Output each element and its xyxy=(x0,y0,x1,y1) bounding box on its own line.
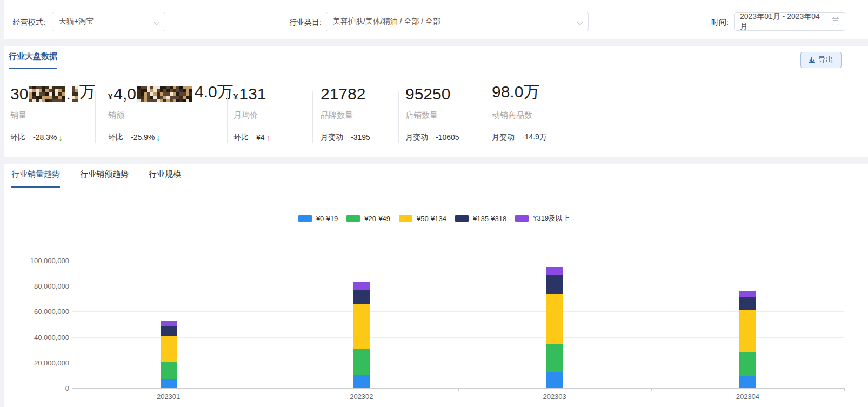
bar-segment[interactable] xyxy=(739,376,756,388)
stat-divider xyxy=(95,91,96,143)
stat-change-value: -28.3% xyxy=(33,133,57,142)
y-axis-label: 80,000,000 xyxy=(10,282,69,290)
y-axis-label: 20,000,000 xyxy=(10,358,69,366)
bar-segment[interactable] xyxy=(739,297,756,310)
stat-2: ¥131月均价环比¥4↑ xyxy=(233,84,270,142)
bar-segment[interactable] xyxy=(353,290,370,304)
bar-segment[interactable] xyxy=(546,372,563,388)
filter-bar: 经营模式: 天猫+淘宝 行业类目: 美容护肤/美体/精油 / 全部 / 全部 时… xyxy=(4,0,868,39)
bar-segment[interactable] xyxy=(353,304,370,349)
bar-segment[interactable] xyxy=(161,326,177,336)
grid-line xyxy=(72,311,844,312)
y-axis-label: 60,000,000 xyxy=(10,308,69,316)
stat-value-text: 21782 xyxy=(321,85,365,103)
currency-symbol: ¥ xyxy=(233,92,239,103)
stat-change: 月变动-3195 xyxy=(321,132,370,142)
category-select-value: 美容护肤/美体/精油 / 全部 / 全部 xyxy=(333,17,440,26)
mode-filter-label: 经营模式: xyxy=(13,18,45,28)
category-filter-label: 行业类目: xyxy=(289,18,322,28)
date-range-value: 2023年01月 - 2023年04月 xyxy=(740,12,825,31)
stat-5: 98.0万动销商品数月变动-14.9万 xyxy=(492,84,547,142)
stat-value: 30.万 xyxy=(10,84,96,103)
stat-change: 环比-25.9%↓ xyxy=(108,132,233,142)
currency-symbol: ¥ xyxy=(108,92,113,103)
x-axis-label: 202303 xyxy=(543,392,566,401)
bar-segment[interactable] xyxy=(739,310,756,352)
bar-segment[interactable] xyxy=(546,344,563,372)
stat-label: 销额 xyxy=(108,110,233,121)
stat-change-label: 月变动 xyxy=(321,132,343,142)
stat-label: 月均价 xyxy=(233,110,270,121)
stat-0: 30.万销量环比-28.3%↓ xyxy=(10,84,96,142)
x-axis-tick xyxy=(265,388,265,391)
stat-1: ¥4,04.0万销额环比-25.9%↓ xyxy=(108,84,233,142)
grid-line xyxy=(72,286,844,286)
bar-segment[interactable] xyxy=(546,294,563,344)
stat-4: 95250店铺数量月变动-10605 xyxy=(405,84,459,142)
bar-segment[interactable] xyxy=(353,349,370,374)
stat-change-label: 月变动 xyxy=(492,132,515,142)
chevron-down-icon xyxy=(153,19,159,25)
stat-change-value: ¥4 xyxy=(256,133,265,142)
stat-value: 98.0万 xyxy=(492,84,547,103)
bar-segment[interactable] xyxy=(353,375,370,388)
y-axis-label: 100,000,000 xyxy=(10,257,69,265)
bar-segment[interactable] xyxy=(161,362,177,379)
grid-line xyxy=(72,363,844,363)
grid-line xyxy=(72,261,844,261)
time-filter-label: 时间: xyxy=(711,18,729,28)
stacked-bar-chart: 020,000,00040,000,00060,000,00080,000,00… xyxy=(4,164,868,407)
stat-change-label: 月变动 xyxy=(405,132,428,142)
date-range-picker[interactable]: 2023年01月 - 2023年04月 xyxy=(734,12,845,31)
stat-value: 95250 xyxy=(405,84,459,103)
bar-segment[interactable] xyxy=(739,291,756,297)
stat-value: 21782 xyxy=(321,84,370,103)
stat-change-value: -14.9万 xyxy=(522,132,547,142)
download-icon xyxy=(809,57,815,63)
stat-3: 21782品牌数量月变动-3195 xyxy=(321,84,370,142)
mode-select[interactable]: 天猫+淘宝 xyxy=(52,12,165,31)
x-axis-tick xyxy=(458,388,459,391)
category-select[interactable]: 美容护肤/美体/精油 / 全部 / 全部 xyxy=(326,12,589,31)
censored-mosaic xyxy=(137,86,193,102)
calendar-icon xyxy=(832,18,839,25)
bar-segment[interactable] xyxy=(546,275,563,293)
x-axis-label: 202302 xyxy=(350,392,373,401)
grid-line xyxy=(72,337,844,338)
bar-segment[interactable] xyxy=(546,267,563,276)
stat-change-label: 环比 xyxy=(233,132,249,142)
overview-card: 行业大盘数据 导出 30.万销量环比-28.3%↓¥4,04.0万销额环比-25… xyxy=(4,46,868,157)
bar-segment[interactable] xyxy=(353,282,370,290)
trend-down-arrow-icon: ↓ xyxy=(58,133,63,142)
stat-divider xyxy=(227,91,228,143)
x-axis-tick xyxy=(844,388,845,391)
stat-value-text: 95250 xyxy=(405,85,450,103)
x-axis-tick xyxy=(72,388,72,391)
tab-industry-overview[interactable]: 行业大盘数据 xyxy=(9,51,57,69)
bar-segment[interactable] xyxy=(161,379,177,388)
mode-select-value: 天猫+淘宝 xyxy=(59,17,94,26)
stat-change-value: -10605 xyxy=(436,133,459,142)
x-axis-tick xyxy=(651,388,652,391)
stat-value-text: 万 xyxy=(79,81,96,103)
stat-change-label: 环比 xyxy=(108,132,123,142)
bar-segment[interactable] xyxy=(161,336,177,363)
stat-label: 店铺数量 xyxy=(405,110,459,121)
stat-change: 月变动-14.9万 xyxy=(492,132,547,142)
stat-change-label: 环比 xyxy=(10,132,25,142)
trend-down-arrow-icon: ↓ xyxy=(156,133,161,142)
bar-segment[interactable] xyxy=(739,352,756,376)
stat-label: 动销商品数 xyxy=(492,110,547,121)
censored-mosaic xyxy=(72,86,78,102)
stat-change: 环比-28.3%↓ xyxy=(10,132,96,142)
stat-change: 环比¥4↑ xyxy=(233,132,270,142)
stat-change-value: -3195 xyxy=(351,133,370,142)
export-button[interactable]: 导出 xyxy=(800,52,842,68)
trend-card: 行业销量趋势行业销额趋势行业规模 ¥0-¥19¥20-¥49¥50-¥134¥1… xyxy=(4,164,868,407)
x-axis-label: 202304 xyxy=(736,392,759,401)
bar-segment[interactable] xyxy=(161,321,177,326)
censored-mosaic xyxy=(29,86,65,102)
stat-value-text: 4,0 xyxy=(113,85,136,103)
export-button-label: 导出 xyxy=(818,55,833,65)
stat-value-text: . xyxy=(66,85,70,103)
